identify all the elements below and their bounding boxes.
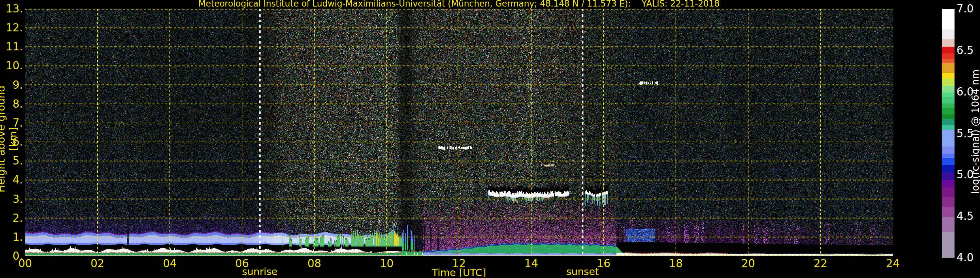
colorbar-segment	[942, 158, 955, 165]
y-tick-6km: 6.	[0, 136, 23, 148]
colorbar-segment	[942, 165, 955, 173]
colorbar-segment	[942, 119, 955, 125]
colorbar-segment	[942, 147, 955, 154]
colorbar-segment	[942, 207, 955, 217]
y-tick-12km: 12.	[0, 22, 23, 34]
colorbar-tick-7.0: 7.0	[956, 3, 979, 15]
colorbar-segment	[942, 47, 955, 53]
x-tick-04utc: 04	[163, 257, 177, 270]
x-tick-10utc: 10	[380, 257, 394, 270]
colorbar-segment	[942, 125, 955, 130]
colorbar-segment	[942, 115, 955, 119]
colorbar-segment	[942, 217, 955, 232]
colorbar-segment	[942, 187, 955, 197]
x-axis-label: Time [UTC]	[432, 267, 486, 278]
sunset-annotation: sunset	[566, 266, 599, 277]
x-tick-22utc: 22	[814, 257, 827, 270]
sunrise-annotation: sunrise	[242, 266, 277, 277]
colorbar-segment	[942, 93, 955, 97]
y-tick-11km: 11.	[0, 41, 23, 53]
y-tick-7km: 7.	[0, 117, 23, 129]
x-tick-24utc: 24	[886, 257, 900, 270]
x-tick-18utc: 18	[669, 257, 683, 270]
y-tick-3km: 3.	[0, 193, 23, 205]
colorbar-segment	[942, 130, 955, 147]
colorbar-segment	[942, 197, 955, 207]
colorbar-segment	[942, 59, 955, 63]
x-tick-08utc: 08	[307, 257, 321, 270]
colorbar	[942, 9, 955, 258]
y-tick-13km: 13.	[0, 3, 23, 15]
colorbar-segment	[942, 53, 955, 59]
colorbar-segment	[942, 173, 955, 180]
colorbar-segment	[942, 73, 955, 78]
colorbar-segment	[942, 9, 955, 29]
y-tick-1km: 1.	[0, 231, 23, 243]
colorbar-label: log(rc-signal) @ 1064 nm	[970, 50, 980, 214]
y-tick-5km: 5.	[0, 155, 23, 167]
colorbar-tick-4.0: 4.0	[956, 251, 979, 264]
colorbar-segment	[942, 104, 955, 108]
colorbar-segment	[942, 154, 955, 158]
colorbar-segment	[942, 78, 955, 86]
x-tick-20utc: 20	[741, 257, 755, 270]
lidar-heatmap-canvas	[25, 9, 893, 256]
colorbar-segment	[942, 108, 955, 115]
colorbar-segment	[942, 39, 955, 47]
x-tick-00utc: 00	[18, 257, 32, 270]
y-tick-8km: 8.	[0, 98, 23, 110]
y-tick-9km: 9.	[0, 79, 23, 91]
plot-title: Meteorological Institute of Ludwig-Maxim…	[198, 0, 719, 8]
y-tick-4km: 4.	[0, 174, 23, 186]
colorbar-segment	[942, 97, 955, 104]
colorbar-segment	[942, 63, 955, 73]
colorbar-segment	[942, 29, 955, 39]
y-tick-2km: 2.	[0, 212, 23, 224]
x-tick-14utc: 14	[524, 257, 538, 270]
colorbar-segment	[942, 180, 955, 187]
x-tick-02utc: 02	[91, 257, 104, 270]
colorbar-segment	[942, 86, 955, 93]
y-tick-10km: 10.	[0, 60, 23, 72]
lidar-quicklook-figure: Meteorological Institute of Ludwig-Maxim…	[0, 0, 980, 278]
colorbar-segment	[942, 232, 955, 258]
